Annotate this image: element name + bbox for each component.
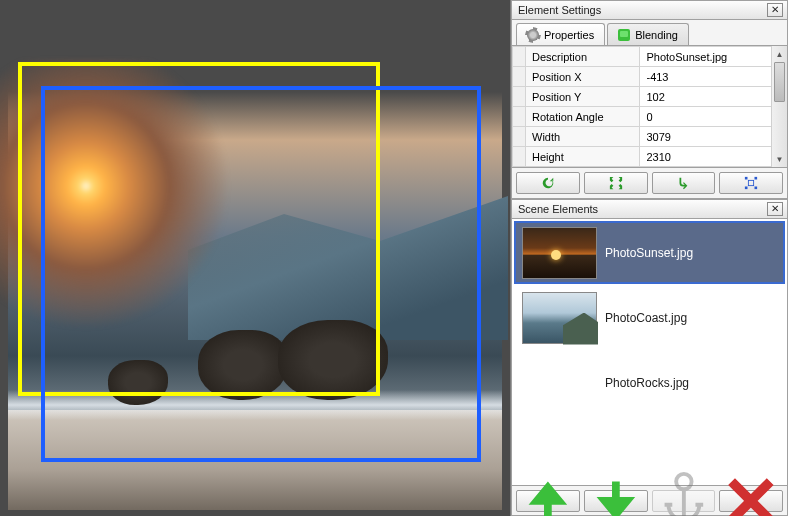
table-row: Rotation Angle0	[513, 107, 787, 127]
scene-elements-list: PhotoSunset.jpg PhotoCoast.jpg PhotoRock…	[511, 219, 788, 486]
table-row: Position Y102	[513, 87, 787, 107]
properties-body: DescriptionPhotoSunset.jpg Position X-41…	[511, 46, 788, 168]
prop-value[interactable]: 2310	[640, 147, 787, 167]
scene-item-label: PhotoSunset.jpg	[605, 246, 693, 260]
focus-icon	[744, 176, 758, 190]
scene-toolbar	[511, 486, 788, 516]
properties-table: DescriptionPhotoSunset.jpg Position X-41…	[512, 46, 787, 167]
move-down-button[interactable]	[584, 490, 648, 512]
settings-toolbar	[511, 168, 788, 199]
svg-rect-0	[745, 177, 748, 180]
scene-item-coast[interactable]: PhotoCoast.jpg	[514, 286, 785, 349]
prop-value[interactable]: 3079	[640, 127, 787, 147]
scene-elements-header: Scene Elements ✕	[511, 199, 788, 219]
close-icon[interactable]: ✕	[767, 3, 783, 17]
blending-icon	[618, 29, 630, 41]
svg-rect-1	[755, 177, 758, 180]
properties-scrollbar[interactable]: ▲ ▼	[771, 46, 787, 167]
refresh-button[interactable]	[516, 172, 580, 194]
thumbnail-sunset	[522, 227, 597, 279]
fit-button[interactable]	[584, 172, 648, 194]
prop-value[interactable]: -413	[640, 67, 787, 87]
tab-blending[interactable]: Blending	[607, 23, 689, 45]
scene-elements-title: Scene Elements	[518, 203, 767, 215]
delete-button[interactable]	[719, 490, 783, 512]
anchor-icon	[653, 470, 715, 516]
prop-key: Width	[526, 127, 640, 147]
tab-properties[interactable]: Properties	[516, 23, 605, 45]
settings-tabs: Properties Blending	[511, 20, 788, 46]
expand-icon	[609, 176, 623, 190]
svg-rect-2	[745, 187, 748, 190]
anchor-button[interactable]	[652, 490, 716, 512]
scroll-up-icon[interactable]: ▲	[772, 46, 787, 62]
scroll-down-icon[interactable]: ▼	[772, 151, 787, 167]
scene-item-sunset[interactable]: PhotoSunset.jpg	[514, 221, 785, 284]
close-icon[interactable]: ✕	[767, 202, 783, 216]
tab-properties-label: Properties	[544, 29, 594, 41]
svg-rect-3	[755, 187, 758, 190]
svg-point-5	[676, 474, 691, 489]
scene-item-label: PhotoCoast.jpg	[605, 311, 687, 325]
table-row: Position X-413	[513, 67, 787, 87]
prop-value[interactable]: 102	[640, 87, 787, 107]
delete-icon	[720, 470, 782, 516]
tab-blending-label: Blending	[635, 29, 678, 41]
table-row: Height2310	[513, 147, 787, 167]
arrow-up-icon	[517, 470, 579, 516]
prop-key: Position X	[526, 67, 640, 87]
svg-rect-4	[749, 180, 754, 185]
prop-key: Description	[526, 47, 640, 67]
prop-key: Position Y	[526, 87, 640, 107]
prop-key: Rotation Angle	[526, 107, 640, 127]
canvas-workspace[interactable]	[0, 0, 510, 516]
prop-value[interactable]: PhotoSunset.jpg	[640, 47, 787, 67]
selection-box-blue[interactable]	[41, 86, 481, 462]
element-settings-title: Element Settings	[518, 4, 767, 16]
rotate-button[interactable]	[652, 172, 716, 194]
prop-key: Height	[526, 147, 640, 167]
scene-item-label: PhotoRocks.jpg	[605, 376, 689, 390]
center-button[interactable]	[719, 172, 783, 194]
rotate-icon	[676, 176, 690, 190]
refresh-icon	[541, 176, 555, 190]
arrow-down-icon	[585, 470, 647, 516]
gear-icon	[527, 29, 539, 41]
thumbnail-coast	[522, 292, 597, 344]
table-row: Width3079	[513, 127, 787, 147]
element-settings-header: Element Settings ✕	[511, 0, 788, 20]
side-panels: Element Settings ✕ Properties Blending D…	[510, 0, 788, 516]
scroll-thumb[interactable]	[774, 62, 785, 102]
scene-item-rocks[interactable]: PhotoRocks.jpg	[514, 351, 785, 414]
move-up-button[interactable]	[516, 490, 580, 512]
canvas-composite	[8, 20, 502, 510]
prop-value[interactable]: 0	[640, 107, 787, 127]
table-row: DescriptionPhotoSunset.jpg	[513, 47, 787, 67]
